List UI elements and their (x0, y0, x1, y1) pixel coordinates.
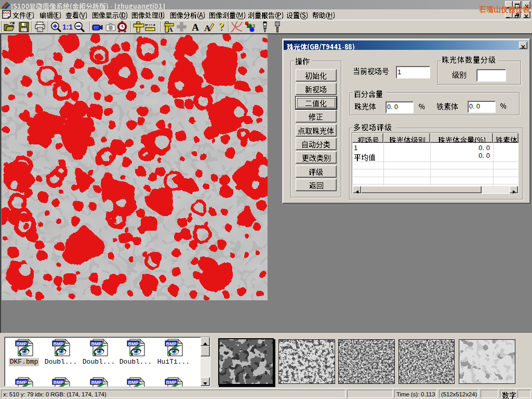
svg-text:BMP: BMP (91, 341, 102, 347)
svg-text:BMP: BMP (54, 341, 64, 347)
svg-text:1:1: 1:1 (62, 23, 73, 31)
svg-text:A: A (192, 22, 199, 33)
svg-text:DOC: DOC (3, 11, 11, 15)
svg-text:BMP: BMP (166, 341, 177, 347)
svg-text:BMP: BMP (17, 341, 27, 347)
svg-text:BMP: BMP (128, 341, 139, 347)
svg-text:BMP: BMP (17, 380, 27, 385)
svg-text:BMP: BMP (54, 380, 64, 385)
svg-text:BMP: BMP (91, 380, 102, 385)
svg-text:a: a (249, 23, 251, 29)
svg-text:A: A (168, 25, 173, 33)
svg-text:BMP: BMP (128, 380, 139, 385)
svg-text:?: ? (219, 21, 224, 32)
svg-text:BMP: BMP (166, 380, 177, 385)
svg-text:3: 3 (252, 23, 255, 29)
